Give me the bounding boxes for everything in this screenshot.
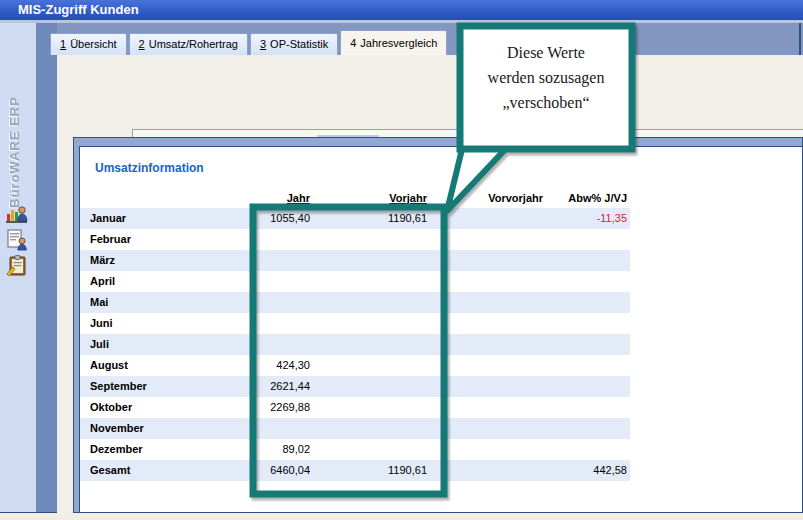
cell-vorjahr bbox=[313, 439, 430, 460]
cell-month: April bbox=[80, 271, 220, 292]
customer-report-icon[interactable] bbox=[5, 228, 29, 252]
cell-month: Oktober bbox=[80, 397, 220, 418]
cell-jahr bbox=[220, 271, 313, 292]
cell-jahr bbox=[220, 418, 313, 439]
cell-month: Dezember bbox=[80, 439, 220, 460]
table-header-row: Jahr Vorjahr Vorvorjahr Abw% J/VJ bbox=[80, 188, 630, 208]
umsatz-table: Jahr Vorjahr Vorvorjahr Abw% J/VJ Januar… bbox=[80, 188, 630, 481]
tab-hotkey: 1 bbox=[60, 38, 66, 50]
cell-vorjahr bbox=[313, 313, 430, 334]
table-row[interactable]: Februar bbox=[80, 229, 630, 250]
customer-statistics-icon[interactable] bbox=[5, 202, 29, 226]
cell-jahr: 6460,04 bbox=[220, 460, 313, 481]
cell-jahr: 1055,40 bbox=[220, 208, 313, 229]
tab-umsatz-rohertrag[interactable]: 2Umsatz/Rohertrag bbox=[129, 33, 248, 55]
cell-vorvorjahr bbox=[430, 439, 546, 460]
tab-hotkey: 4 bbox=[350, 37, 356, 49]
cell-vorjahr bbox=[313, 376, 430, 397]
cell-vorvorjahr bbox=[430, 313, 546, 334]
cell-vorvorjahr bbox=[430, 292, 546, 313]
cell-vorjahr: 1190,61 bbox=[313, 460, 430, 481]
table-row[interactable]: Januar 1055,40 1190,61 -11,35 bbox=[80, 208, 630, 229]
cell-vorjahr bbox=[313, 271, 430, 292]
cell-abw: -11,35 bbox=[546, 208, 630, 229]
table-row[interactable]: November bbox=[80, 418, 630, 439]
tab-uebersicht[interactable]: 1Übersicht bbox=[50, 33, 127, 55]
cell-vorvorjahr bbox=[430, 334, 546, 355]
sidebar-strip bbox=[36, 23, 57, 512]
cell-month: Juni bbox=[80, 313, 220, 334]
cell-vorjahr bbox=[313, 334, 430, 355]
cell-vorvorjahr bbox=[430, 229, 546, 250]
jahresvergleich-panel: Umsatzinformation Jahr Vorjahr Vorvorjah… bbox=[73, 137, 803, 513]
cell-jahr: 424,30 bbox=[220, 355, 313, 376]
cell-vorvorjahr bbox=[430, 376, 546, 397]
cell-jahr bbox=[220, 250, 313, 271]
cell-abw bbox=[546, 334, 630, 355]
cell-month: März bbox=[80, 250, 220, 271]
cell-abw bbox=[546, 439, 630, 460]
table-row[interactable]: August 424,30 bbox=[80, 355, 630, 376]
panel-inner: Umsatzinformation Jahr Vorjahr Vorvorjah… bbox=[79, 146, 802, 512]
cell-jahr bbox=[220, 292, 313, 313]
cell-vorvorjahr bbox=[430, 397, 546, 418]
window-title: MIS-Zugriff Kunden bbox=[0, 0, 803, 20]
tab-label: OP-Statistik bbox=[270, 38, 328, 50]
cell-abw bbox=[546, 229, 630, 250]
table-row[interactable]: Gesamt 6460,04 1190,61 442,58 bbox=[80, 460, 630, 481]
cell-jahr: 2269,88 bbox=[220, 397, 313, 418]
table-body: Januar 1055,40 1190,61 -11,35 Februar Mä… bbox=[80, 208, 630, 481]
cell-month: Januar bbox=[80, 208, 220, 229]
table-row[interactable]: Oktober 2269,88 bbox=[80, 397, 630, 418]
table-row[interactable]: September 2621,44 bbox=[80, 376, 630, 397]
cell-month: Gesamt bbox=[80, 460, 220, 481]
table-row[interactable]: April bbox=[80, 271, 630, 292]
cell-jahr: 2621,44 bbox=[220, 376, 313, 397]
table-row[interactable]: Juli bbox=[80, 334, 630, 355]
cell-month: August bbox=[80, 355, 220, 376]
tab-hotkey: 2 bbox=[139, 38, 145, 50]
cell-vorjahr bbox=[313, 397, 430, 418]
cell-abw bbox=[546, 355, 630, 376]
tab-jahresvergleich[interactable]: 4Jahresvergleich bbox=[340, 30, 447, 55]
tab-label: Jahresvergleich bbox=[360, 37, 437, 49]
cell-vorjahr bbox=[313, 292, 430, 313]
cell-abw bbox=[546, 250, 630, 271]
cell-vorjahr bbox=[313, 229, 430, 250]
cell-month: Mai bbox=[80, 292, 220, 313]
document-person-icon bbox=[5, 228, 29, 252]
table-row[interactable]: Dezember 89,02 bbox=[80, 439, 630, 460]
cell-abw bbox=[546, 376, 630, 397]
cell-month: Juli bbox=[80, 334, 220, 355]
cell-vorjahr bbox=[313, 250, 430, 271]
cell-month: September bbox=[80, 376, 220, 397]
cell-abw bbox=[546, 418, 630, 439]
section-title: Umsatzinformation bbox=[95, 161, 204, 175]
cell-abw: 442,58 bbox=[546, 460, 630, 481]
brand-vertical-label: BüroWARE ERP bbox=[7, 48, 22, 208]
cell-vorjahr: 1190,61 bbox=[313, 208, 430, 229]
col-vorjahr-header: Vorjahr bbox=[313, 188, 430, 208]
sidebar-bottom-line bbox=[0, 512, 57, 513]
cell-jahr bbox=[220, 229, 313, 250]
col-jahr-header: Jahr bbox=[220, 188, 313, 208]
cell-vorvorjahr bbox=[430, 208, 546, 229]
cell-vorjahr bbox=[313, 355, 430, 376]
cell-vorvorjahr bbox=[430, 460, 546, 481]
cell-vorvorjahr bbox=[430, 418, 546, 439]
bar-chart-person-icon bbox=[5, 202, 29, 226]
col-vorvorjahr-header: Vorvorjahr bbox=[430, 188, 546, 208]
table-row[interactable]: Juni bbox=[80, 313, 630, 334]
cell-vorvorjahr bbox=[430, 250, 546, 271]
table-row[interactable]: Mai bbox=[80, 292, 630, 313]
cell-abw bbox=[546, 292, 630, 313]
tab-op-statistik[interactable]: 3OP-Statistik bbox=[250, 33, 338, 55]
table-row[interactable]: März bbox=[80, 250, 630, 271]
clipboard-note-icon bbox=[5, 254, 29, 278]
cell-month: November bbox=[80, 418, 220, 439]
cell-vorvorjahr bbox=[430, 355, 546, 376]
cell-vorvorjahr bbox=[430, 271, 546, 292]
clipboard-icon[interactable] bbox=[5, 254, 29, 278]
col-month-header bbox=[80, 188, 220, 208]
cell-month: Februar bbox=[80, 229, 220, 250]
